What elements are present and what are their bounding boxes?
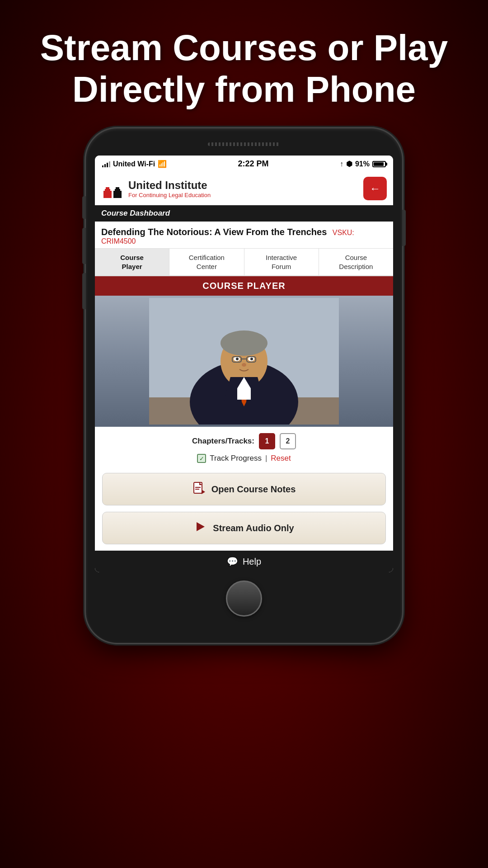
course-dashboard-label: Course Dashboard — [101, 209, 170, 217]
separator: | — [265, 454, 267, 463]
help-bar[interactable]: 💬 Help — [95, 551, 393, 572]
course-player-label: COURSE PLAYER — [202, 281, 285, 291]
svg-point-11 — [221, 330, 267, 356]
volume-up-button — [82, 196, 86, 219]
svg-point-19 — [250, 358, 253, 360]
logo-icon — [101, 177, 124, 200]
svg-rect-26 — [195, 487, 201, 488]
svg-rect-5 — [116, 187, 119, 190]
chapters-label: Chapters/Tracks: — [192, 437, 254, 446]
svg-point-18 — [236, 358, 239, 360]
headline-line2: Directly from Phone — [40, 69, 448, 110]
status-bar: United Wi-Fi 📶 2:22 PM ↑ ⬢ 91% — [95, 156, 393, 172]
pdf-icon — [192, 481, 205, 494]
track-progress-row: ✓ Track Progress | Reset — [102, 454, 386, 463]
tab-interactive-forum[interactable]: InteractiveForum — [244, 249, 319, 275]
back-button[interactable]: ← — [363, 177, 387, 200]
track-button-1[interactable]: 1 — [259, 433, 275, 449]
status-left: United Wi-Fi 📶 — [102, 160, 167, 168]
svg-marker-28 — [202, 490, 205, 494]
track-progress-checkbox[interactable]: ✓ — [197, 454, 206, 463]
wifi-icon: 📶 — [158, 160, 167, 168]
time-display: 2:22 PM — [238, 159, 269, 169]
logo-sub-text: For Continuing Legal Education — [128, 192, 211, 198]
location-icon: ↑ — [340, 160, 343, 168]
screen: United Wi-Fi 📶 2:22 PM ↑ ⬢ 91% — [95, 156, 393, 572]
tab-course-description[interactable]: CourseDescription — [319, 249, 393, 275]
course-player-header: COURSE PLAYER — [95, 276, 393, 296]
reset-link[interactable]: Reset — [271, 454, 291, 463]
svg-point-23 — [242, 363, 246, 367]
open-course-notes-label: Open Course Notes — [211, 484, 296, 495]
phone-shell: United Wi-Fi 📶 2:22 PM ↑ ⬢ 91% — [86, 128, 402, 643]
svg-rect-3 — [113, 191, 122, 198]
play-icon — [194, 520, 206, 536]
bluetooth-icon: ⬢ — [346, 160, 352, 168]
speaker-grill — [95, 137, 393, 151]
power-button — [402, 210, 406, 246]
home-button[interactable] — [226, 580, 262, 617]
course-notes-icon — [192, 481, 205, 497]
app-logo: United Institute For Continuing Legal Ed… — [101, 177, 211, 200]
chat-icon: 💬 — [227, 556, 238, 567]
speaker-dots — [208, 142, 280, 146]
logo-main-text: United Institute — [128, 179, 211, 192]
speaker-video — [149, 298, 339, 425]
play-triangle-icon — [194, 520, 206, 533]
status-right: ↑ ⬢ 91% — [340, 160, 386, 168]
signal-bars — [102, 161, 110, 167]
video-area[interactable] — [95, 296, 393, 427]
video-placeholder — [95, 296, 393, 427]
headline: Stream Courses or Play Directly from Pho… — [13, 0, 475, 128]
app-header: United Institute For Continuing Legal Ed… — [95, 172, 393, 205]
svg-rect-2 — [106, 187, 109, 190]
tabs-bar: CoursePlayer CertificationCenter Interac… — [95, 249, 393, 276]
volume-down-button — [82, 228, 86, 264]
battery-icon — [372, 161, 386, 167]
carrier-label: United Wi-Fi — [113, 160, 155, 168]
svg-rect-0 — [103, 191, 112, 198]
track-progress-text: Track Progress — [210, 454, 262, 463]
chapters-area: Chapters/Tracks: 1 2 ✓ Track Progress | … — [95, 427, 393, 473]
stream-audio-only-label: Stream Audio Only — [213, 523, 294, 533]
help-label: Help — [243, 557, 261, 567]
battery-percent: 91% — [355, 160, 370, 168]
home-button-area — [95, 572, 393, 620]
open-course-notes-button[interactable]: Open Course Notes — [102, 473, 386, 505]
svg-marker-29 — [197, 522, 205, 531]
stream-audio-only-button[interactable]: Stream Audio Only — [102, 512, 386, 544]
chapters-row: Chapters/Tracks: 1 2 — [102, 433, 386, 449]
course-title-area: Defending The Notorious: A View From the… — [95, 222, 393, 249]
logo-text-block: United Institute For Continuing Legal Ed… — [128, 179, 211, 198]
battery-fill — [374, 162, 384, 166]
headline-line1: Stream Courses or Play — [40, 27, 448, 69]
svg-rect-27 — [195, 489, 199, 490]
tab-course-player[interactable]: CoursePlayer — [95, 249, 169, 275]
tab-certification-center[interactable]: CertificationCenter — [169, 249, 244, 275]
course-dashboard-bar: Course Dashboard — [95, 205, 393, 222]
silent-button — [82, 273, 86, 309]
track-button-2[interactable]: 2 — [280, 433, 296, 449]
course-title: Defending The Notorious: A View From the… — [101, 227, 327, 237]
